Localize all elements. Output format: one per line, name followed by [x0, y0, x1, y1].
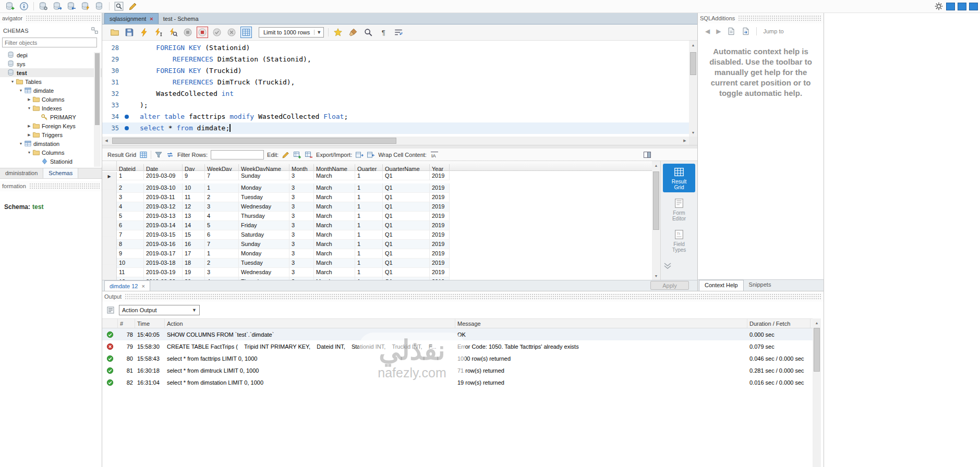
- help-icon[interactable]: [19, 2, 29, 11]
- save-snippet-icon[interactable]: [333, 27, 343, 38]
- maximize-button[interactable]: [958, 3, 966, 10]
- close-tab-icon[interactable]: ×: [150, 16, 153, 22]
- tree-scrollbar-thumb[interactable]: [95, 53, 100, 125]
- tree-item-tables[interactable]: ▼Tables: [0, 77, 102, 86]
- delete-row-icon[interactable]: [305, 151, 313, 159]
- row-marker[interactable]: [102, 190, 117, 199]
- grid-row[interactable]: 72019-03-15156Saturday3March1Q12019: [102, 227, 652, 237]
- editor-tab-sqlassignment[interactable]: sqlassignment×: [104, 13, 159, 24]
- tree-item-columns[interactable]: ▼Columns: [0, 148, 102, 157]
- context-help-doc-icon[interactable]: [727, 27, 735, 35]
- find-icon[interactable]: [363, 27, 373, 38]
- row-marker[interactable]: [102, 227, 117, 237]
- filter-rows-input[interactable]: [211, 150, 264, 159]
- editor-vscroll-thumb[interactable]: [690, 52, 696, 75]
- grid-cell[interactable]: 1: [355, 171, 383, 180]
- grid-cell[interactable]: 3: [289, 171, 314, 180]
- edit-connection-icon[interactable]: [128, 2, 138, 11]
- sidebar-toggle-icon[interactable]: [643, 151, 651, 159]
- close-result-tab-icon[interactable]: ×: [141, 283, 144, 289]
- col-header-duration[interactable]: Duration / Fetch: [747, 319, 810, 328]
- code-line-32[interactable]: 32 WastedCollected int: [102, 88, 689, 100]
- collapse-icon[interactable]: ▼: [9, 80, 16, 83]
- code-line-28[interactable]: 28 FOREIGN KEY (Stationid): [102, 42, 689, 54]
- row-marker[interactable]: [102, 265, 117, 274]
- invisible-chars-icon[interactable]: ¶: [378, 27, 389, 38]
- tab-schemas[interactable]: Schemas: [43, 168, 78, 178]
- expand-icon[interactable]: ▶: [26, 133, 32, 137]
- beautify-icon[interactable]: [348, 27, 358, 38]
- stop-on-error-icon[interactable]: [197, 27, 208, 38]
- grid-row[interactable]: 32019-03-11112Tuesday3March1Q12019: [102, 190, 652, 199]
- new-schema-icon[interactable]: [5, 2, 15, 11]
- grid-cell[interactable]: Q1: [383, 171, 430, 180]
- search-icon[interactable]: [114, 2, 124, 11]
- grid-row[interactable]: 102019-03-18182Tuesday3March1Q12019: [102, 255, 652, 265]
- grid-cell[interactable]: 2019-03-09: [144, 171, 183, 180]
- tree-item-foreign-keys[interactable]: ▶Foreign Keys: [0, 121, 102, 130]
- scroll-up-icon[interactable]: ▲: [652, 161, 660, 169]
- open-connection-icon[interactable]: [39, 2, 48, 11]
- edit-record-icon[interactable]: [282, 151, 290, 159]
- server-status-icon[interactable]: [95, 2, 104, 11]
- import-icon[interactable]: [367, 151, 375, 159]
- row-marker[interactable]: [102, 237, 117, 246]
- grid-cell[interactable]: March: [314, 171, 355, 180]
- scroll-up-icon[interactable]: ▲: [689, 41, 697, 49]
- stop-execution-icon[interactable]: [183, 27, 193, 38]
- expand-icon[interactable]: ▶: [26, 97, 32, 102]
- row-marker[interactable]: [102, 208, 117, 218]
- collapse-icon[interactable]: ▼: [18, 142, 24, 145]
- tab-context-help[interactable]: Context Help: [699, 280, 744, 291]
- collapse-all-icon[interactable]: [91, 27, 99, 34]
- collapse-icon[interactable]: ▼: [18, 89, 24, 92]
- output-view-dropdown[interactable]: Action Output ▼: [119, 305, 200, 315]
- import-data-icon[interactable]: [67, 2, 76, 11]
- grid-row[interactable]: 82019-03-16167Sunday3March1Q12019: [102, 237, 652, 246]
- wrap-content-icon[interactable]: IA: [430, 151, 439, 159]
- code-line-34[interactable]: 34alter table facttrips modify WastedCol…: [102, 111, 689, 122]
- minimize-button[interactable]: [946, 3, 955, 10]
- tab-administration[interactable]: dministration: [0, 168, 43, 178]
- tree-item-indexes[interactable]: ▼Indexes: [0, 104, 102, 113]
- autocommit-icon[interactable]: [241, 27, 251, 38]
- grid-row[interactable]: 92019-03-17171Monday3March1Q12019: [102, 246, 652, 255]
- expand-strip-icon[interactable]: [661, 262, 674, 269]
- settings-gear-icon[interactable]: [934, 2, 943, 11]
- editor-hscroll-thumb[interactable]: [112, 138, 396, 144]
- row-marker[interactable]: ▶: [102, 172, 117, 181]
- export-icon[interactable]: [355, 151, 364, 159]
- forward-arrow-icon[interactable]: ▶: [716, 28, 721, 35]
- row-marker[interactable]: [102, 180, 117, 190]
- collapse-icon[interactable]: ▼: [26, 106, 32, 110]
- col-header-action[interactable]: Action: [165, 319, 455, 328]
- output-scrollbar[interactable]: ▲: [813, 318, 821, 467]
- view-button-field-types[interactable]: TtFieldTypes: [663, 226, 695, 255]
- editor-horizontal-scrollbar[interactable]: ◀ ▶: [102, 137, 689, 145]
- row-marker[interactable]: [102, 274, 117, 280]
- grid-row[interactable]: 42019-03-12123Wednesday3March1Q12019: [102, 199, 652, 208]
- jump-doc-icon[interactable]: [742, 27, 750, 35]
- filter-icon[interactable]: [154, 151, 163, 159]
- output-row-81[interactable]: 8116:30:18select * from dimtruck LIMIT 0…: [102, 364, 813, 376]
- scroll-down-icon[interactable]: ▼: [652, 272, 660, 280]
- code-line-31[interactable]: 31 REFERENCES DimTruck (Truckid),: [102, 77, 689, 88]
- grid-row[interactable]: 52019-03-13134Thursday3March1Q12019: [102, 208, 652, 218]
- output-row-80[interactable]: 8015:58:43select * from facttrips LIMIT …: [102, 352, 813, 364]
- execute-icon[interactable]: [139, 27, 149, 38]
- output-row-79[interactable]: 7915:58:30CREATE TABLE FactTrips ( Tripi…: [102, 340, 813, 352]
- explain-plan-icon[interactable]: [168, 27, 178, 38]
- collapse-icon[interactable]: ▼: [26, 151, 32, 154]
- code-line-29[interactable]: 29 REFERENCES DimStation (Stationid),: [102, 54, 689, 65]
- editor-vertical-scrollbar[interactable]: ▲ ▼: [689, 41, 697, 137]
- refresh-icon[interactable]: [166, 151, 174, 159]
- code-line-30[interactable]: 30 FOREIGN KEY (Truckid): [102, 65, 689, 77]
- col-header-message[interactable]: Message: [455, 319, 747, 328]
- tree-item-columns[interactable]: ▶Columns: [0, 95, 102, 104]
- open-script-icon[interactable]: [110, 27, 120, 38]
- result-tab-dimdate[interactable]: dimdate 12 ×: [104, 280, 150, 291]
- grid-cell[interactable]: 7: [205, 171, 239, 180]
- expand-icon[interactable]: ▶: [26, 124, 32, 128]
- scroll-down-icon[interactable]: ▼: [689, 128, 697, 137]
- code-line-33[interactable]: 33);: [102, 100, 689, 111]
